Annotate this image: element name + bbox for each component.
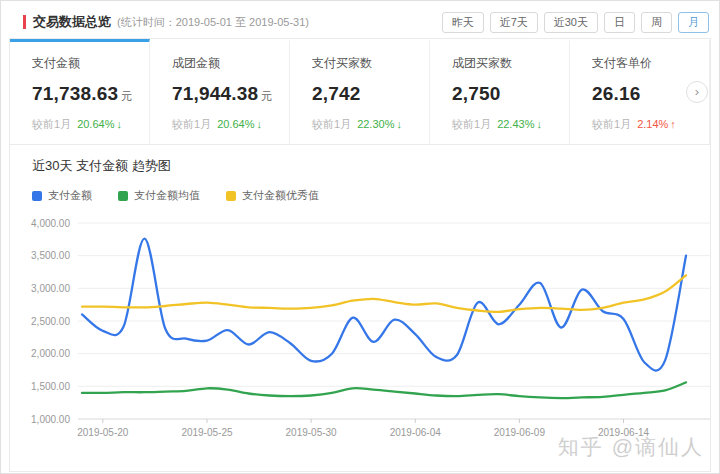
legend-item-excellent[interactable]: 支付金额优秀值 [226, 188, 319, 203]
trend-down-arrow-icon: ↓ [536, 118, 542, 130]
metric-cards: 支付金额 71,738.63元 较前1月20.64%↓ 成团金额 71,944.… [10, 39, 710, 145]
chart-title: 近30天 支付金额 趋势图 [32, 157, 710, 175]
page-title: 交易数据总览 [33, 13, 111, 31]
svg-text:2019-06-14: 2019-06-14 [598, 427, 650, 438]
card-label: 支付客单价 [592, 55, 699, 72]
trend-up-arrow-icon: ↑ [670, 118, 676, 130]
trend-down-arrow-icon: ↓ [256, 118, 262, 130]
card-value: 71,738.63 [32, 83, 118, 104]
compare-label: 较前1月 [172, 118, 211, 130]
svg-text:2,500.00: 2,500.00 [31, 316, 70, 327]
compare-label: 较前1月 [452, 118, 491, 130]
card-label: 成团买家数 [452, 55, 559, 72]
chart-area: 4,000.003,500.003,000.002,500.002,000.00… [20, 211, 710, 453]
compare-label: 较前1月 [32, 118, 71, 130]
card-value: 2,742 [312, 83, 361, 104]
range-button-month[interactable]: 月 [678, 12, 709, 33]
compare-percent: 2.14% [637, 118, 668, 130]
card-value: 2,750 [452, 83, 501, 104]
svg-text:2019-06-09: 2019-06-09 [494, 427, 546, 438]
svg-text:2019-05-25: 2019-05-25 [181, 427, 233, 438]
trend-down-arrow-icon: ↓ [396, 118, 402, 130]
card-value: 26.16 [592, 83, 641, 104]
compare-percent: 20.64% [77, 118, 114, 130]
card-unit: 元 [121, 90, 132, 102]
range-button-7days[interactable]: 近7天 [490, 12, 538, 33]
compare-percent: 22.43% [497, 118, 534, 130]
svg-text:2019-05-20: 2019-05-20 [77, 427, 129, 438]
range-button-30days[interactable]: 近30天 [544, 12, 598, 33]
range-button-week[interactable]: 周 [641, 12, 672, 33]
chart-legend: 支付金额 支付金额均值 支付金额优秀值 [32, 188, 710, 203]
svg-text:1,000.00: 1,000.00 [31, 414, 70, 425]
card-label: 成团金额 [172, 55, 279, 72]
trend-down-arrow-icon: ↓ [116, 118, 122, 130]
card-group-buyers[interactable]: 成团买家数 2,750 较前1月22.43%↓ [430, 39, 570, 144]
carousel-next-button[interactable]: › [686, 81, 708, 103]
card-paying-buyers[interactable]: 支付买家数 2,742 较前1月22.30%↓ [290, 39, 430, 144]
title-wrap: 交易数据总览 (统计时间：2019-05-01 至 2019-05-31) [9, 13, 309, 31]
dashboard-page: 交易数据总览 (统计时间：2019-05-01 至 2019-05-31) 昨天… [0, 0, 720, 474]
legend-marker-green-icon [118, 191, 128, 201]
page-subtitle: (统计时间：2019-05-01 至 2019-05-31) [117, 15, 309, 30]
legend-item-average[interactable]: 支付金额均值 [118, 188, 200, 203]
svg-text:3,500.00: 3,500.00 [31, 250, 70, 261]
content-box: 支付金额 71,738.63元 较前1月20.64%↓ 成团金额 71,944.… [9, 38, 711, 472]
legend-marker-yellow-icon [226, 191, 236, 201]
compare-label: 较前1月 [312, 118, 351, 130]
card-label: 支付买家数 [312, 55, 419, 72]
svg-text:1,500.00: 1,500.00 [31, 381, 70, 392]
card-payment-amount[interactable]: 支付金额 71,738.63元 较前1月20.64%↓ [10, 39, 150, 144]
compare-percent: 22.30% [357, 118, 394, 130]
svg-text:2019-06-04: 2019-06-04 [390, 427, 442, 438]
card-unit: 元 [261, 90, 272, 102]
chevron-right-icon: › [695, 84, 699, 99]
svg-text:2,000.00: 2,000.00 [31, 348, 70, 359]
card-label: 支付金额 [32, 55, 139, 72]
card-value: 71,944.38 [172, 83, 258, 104]
trend-chart-panel: 近30天 支付金额 趋势图 支付金额 支付金额均值 支付金额优秀值 4,000.… [10, 145, 710, 471]
svg-text:3,000.00: 3,000.00 [31, 283, 70, 294]
legend-item-payment[interactable]: 支付金额 [32, 188, 92, 203]
compare-label: 较前1月 [592, 118, 631, 130]
date-range-buttons: 昨天 近7天 近30天 日 周 月 [442, 12, 709, 33]
header: 交易数据总览 (统计时间：2019-05-01 至 2019-05-31) 昨天… [9, 10, 711, 34]
range-button-day[interactable]: 日 [604, 12, 635, 33]
range-button-yesterday[interactable]: 昨天 [442, 12, 484, 33]
compare-percent: 20.64% [217, 118, 254, 130]
trend-chart-svg: 4,000.003,500.003,000.002,500.002,000.00… [20, 211, 720, 449]
svg-text:4,000.00: 4,000.00 [31, 218, 70, 229]
legend-marker-blue-icon [32, 191, 42, 201]
card-group-amount[interactable]: 成团金额 71,944.38元 较前1月20.64%↓ [150, 39, 290, 144]
title-accent-bar [23, 15, 26, 29]
svg-text:2019-05-30: 2019-05-30 [286, 427, 338, 438]
